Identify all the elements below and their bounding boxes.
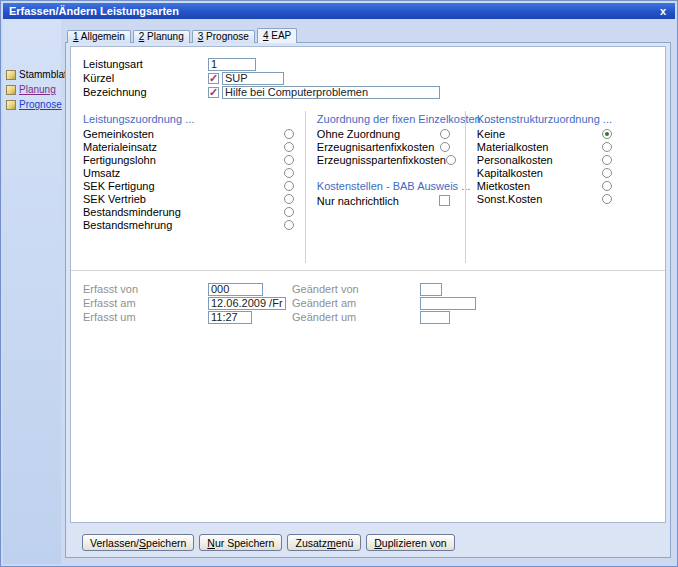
sidebar-item-label: Stammblatt	[19, 69, 70, 80]
option-label: Mietkosten	[477, 180, 530, 192]
option-label: Materialkosten	[477, 141, 549, 153]
erfasst-um-row: Erfasst um	[83, 310, 292, 324]
option-sonst-kosten[interactable]: Sonst.Kosten	[477, 192, 612, 205]
option-label: Bestandsminderung	[83, 206, 181, 218]
kuerzel-input[interactable]	[222, 72, 284, 85]
option-umsatz[interactable]: Umsatz	[83, 166, 294, 179]
radio-button[interactable]	[446, 155, 456, 165]
title-bar[interactable]: Erfassen/Ändern Leistungsarten x	[3, 3, 675, 19]
radio-button[interactable]	[284, 194, 294, 204]
window-title: Erfassen/Ändern Leistungsarten	[9, 5, 657, 17]
radio-button[interactable]	[284, 155, 294, 165]
zusatzmenu-button[interactable]: Zusatzmenü	[287, 534, 361, 551]
sidebar: Stammblatt Planung Prognose	[3, 19, 61, 564]
radio-button[interactable]	[284, 207, 294, 217]
button-label: m	[327, 537, 336, 549]
field-area: Leistungsart Kürzel Bezeichnung	[71, 47, 665, 99]
tab-planung[interactable]: 2 Planung	[133, 30, 190, 43]
option-label: Fertigungslohn	[83, 154, 156, 166]
option-mietkosten[interactable]: Mietkosten	[477, 179, 612, 192]
option-erzeugnisartenfixkosten[interactable]: Erzeugnisartenfixkosten	[317, 140, 450, 153]
option-label: Keine	[477, 128, 505, 140]
tab-allgemein[interactable]: 1 Allgemein	[67, 30, 131, 43]
leistungsart-input[interactable]	[208, 58, 256, 71]
sidebar-item-planung[interactable]: Planung	[3, 84, 61, 95]
tab-prognose[interactable]: 3 Prognose	[192, 30, 255, 43]
radio-button[interactable]	[440, 129, 450, 139]
option-label: SEK Fertigung	[83, 180, 155, 192]
option-label: Umsatz	[83, 167, 120, 179]
option-sek-fertigung[interactable]: SEK Fertigung	[83, 179, 294, 192]
option-label: Nur nachrichtlich	[317, 195, 399, 207]
nur-speichern-button[interactable]: Nur Speichern	[199, 534, 282, 551]
sidebar-item-label: Prognose	[19, 99, 62, 110]
duplizieren-von-button[interactable]: Duplizieren von	[366, 534, 454, 551]
nur-nachrichtlich-checkbox[interactable]	[439, 195, 450, 206]
option-materialeinsatz[interactable]: Materialeinsatz	[83, 140, 294, 153]
group-title-kostenstruktur: Kostenstrukturzuordnung ...	[477, 113, 612, 127]
radio-button[interactable]	[284, 220, 294, 230]
option-label: Ohne Zuordnung	[317, 128, 400, 140]
group-einzelkosten: Zuordnung der fixen Einzelkosten ... Ohn…	[305, 111, 465, 263]
option-kapitalkosten[interactable]: Kapitalkosten	[477, 166, 612, 179]
option-ohne-zuordnung[interactable]: Ohne Zuordnung	[317, 127, 450, 140]
button-label: uplizieren von	[382, 537, 447, 549]
option-gemeinkosten[interactable]: Gemeinkosten	[83, 127, 294, 140]
option-fertigungslohn[interactable]: Fertigungslohn	[83, 153, 294, 166]
sidebar-item-stammblatt[interactable]: Stammblatt	[3, 69, 61, 80]
radio-button[interactable]	[284, 168, 294, 178]
tab-eap[interactable]: 4 EAP	[257, 28, 297, 43]
option-bestandsmehrung[interactable]: Bestandsmehrung	[83, 218, 294, 231]
radio-button[interactable]	[440, 142, 450, 152]
option-bestandsminderung[interactable]: Bestandsminderung	[83, 205, 294, 218]
option-nur-nachrichtlich[interactable]: Nur nachrichtlich	[317, 194, 450, 207]
option-label: SEK Vertrieb	[83, 193, 146, 205]
geaendert-von-label: Geändert von	[292, 283, 420, 295]
app-window: Erfassen/Ändern Leistungsarten x Stammbl…	[0, 0, 678, 567]
radio-button[interactable]	[284, 142, 294, 152]
option-personalkosten[interactable]: Personalkosten	[477, 153, 612, 166]
group-title-kostenstellen: Kostenstellen - BAB Ausweis ...	[317, 180, 450, 194]
audit-section: Erfasst von Erfasst am Erfasst um Geände…	[71, 270, 665, 324]
option-erzeugnisspartenfixkosten[interactable]: Erzeugnisspartenfixkosten	[317, 153, 450, 166]
radio-button[interactable]	[284, 129, 294, 139]
option-label: Erzeugnisspartenfixkosten	[317, 154, 446, 166]
geaendert-von-input[interactable]	[420, 283, 442, 296]
sidebar-item-label: Planung	[19, 84, 56, 95]
geaendert-um-input[interactable]	[420, 311, 450, 324]
radio-button[interactable]	[602, 181, 612, 191]
option-label: Materialeinsatz	[83, 141, 157, 153]
geaendert-am-label: Geändert am	[292, 297, 420, 309]
sidebar-item-prognose[interactable]: Prognose	[3, 99, 61, 110]
radio-button[interactable]	[602, 155, 612, 165]
radio-button[interactable]	[602, 194, 612, 204]
option-keine[interactable]: Keine	[477, 127, 612, 140]
field-bezeichnung: Bezeichnung	[83, 85, 665, 99]
document-icon	[6, 70, 16, 80]
option-label: Personalkosten	[477, 154, 553, 166]
verlassen-speichern-button[interactable]: Verlassen/Speichern	[82, 534, 194, 551]
radio-button[interactable]	[602, 142, 612, 152]
kuerzel-checkbox[interactable]	[208, 73, 219, 84]
group-title-leistungszuordnung: Leistungszuordnung ...	[83, 113, 294, 127]
bezeichnung-checkbox[interactable]	[208, 87, 219, 98]
tab-label-text: Planung	[144, 31, 183, 42]
erfasst-um-input[interactable]	[208, 311, 252, 324]
button-label: Zusatz	[295, 537, 327, 549]
document-icon	[6, 85, 16, 95]
radio-button[interactable]	[602, 168, 612, 178]
bezeichnung-input[interactable]	[222, 86, 440, 99]
option-materialkosten[interactable]: Materialkosten	[477, 140, 612, 153]
erfasst-von-input[interactable]	[208, 283, 263, 296]
tab-label-text: EAP	[268, 30, 291, 41]
radio-button-selected[interactable]	[602, 129, 612, 139]
radio-button[interactable]	[284, 181, 294, 191]
bezeichnung-label: Bezeichnung	[83, 86, 208, 98]
close-button[interactable]: x	[657, 5, 669, 17]
option-label: Sonst.Kosten	[477, 193, 542, 205]
leistungsart-label: Leistungsart	[83, 58, 208, 70]
geaendert-am-input[interactable]	[420, 297, 476, 310]
erfasst-am-input[interactable]	[208, 297, 286, 310]
form-panel: Leistungsart Kürzel Bezeichnung Leistung…	[70, 46, 666, 523]
option-sek-vertrieb[interactable]: SEK Vertrieb	[83, 192, 294, 205]
